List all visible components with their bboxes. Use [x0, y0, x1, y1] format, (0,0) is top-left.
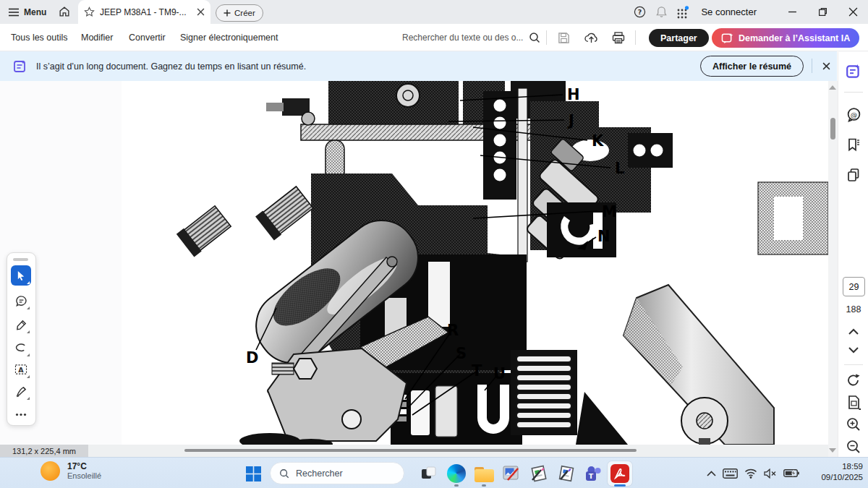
file-explorer-button[interactable]: [472, 461, 496, 486]
task-view-button[interactable]: [417, 461, 441, 486]
wifi-icon[interactable]: [744, 468, 757, 479]
add-text-tool[interactable]: A: [11, 359, 31, 380]
draw-tool[interactable]: [11, 314, 31, 335]
page-size-indicator: 131,2 x 225,4 mm: [0, 445, 88, 457]
acrobat-button[interactable]: [608, 461, 632, 486]
create-tab-button[interactable]: Créer: [216, 4, 263, 22]
teams-icon: T: [584, 464, 603, 483]
select-tool[interactable]: [11, 265, 31, 286]
apps-grid-button[interactable]: [672, 0, 694, 24]
vertical-scroll-thumb[interactable]: [830, 118, 835, 140]
scroll-down-arrow[interactable]: [829, 448, 836, 453]
zoom-out-button[interactable]: [838, 440, 868, 454]
menu-esign[interactable]: Signer électroniquement: [180, 24, 278, 51]
document-tab[interactable]: JEEP M38A1 - TM9-...: [78, 0, 210, 24]
fill-sign-tool[interactable]: [11, 381, 31, 401]
signature-pen-icon: [15, 385, 27, 398]
horizontal-scrollbar[interactable]: [0, 445, 828, 457]
clock[interactable]: 18:59 09/10/2025: [821, 461, 863, 483]
notifications-button[interactable]: [650, 0, 672, 24]
teams-button[interactable]: T: [582, 461, 606, 486]
edge-icon: [447, 464, 466, 483]
figure-label-H: H: [567, 86, 580, 103]
taskbar-search[interactable]: Rechercher: [270, 462, 404, 484]
star-icon[interactable]: [84, 7, 95, 17]
menu-label: Menu: [24, 7, 46, 17]
lasso-tool[interactable]: [11, 338, 31, 358]
touch-keyboard-icon[interactable]: [723, 468, 738, 479]
menu-button[interactable]: Menu: [9, 0, 46, 24]
minimize-button[interactable]: [777, 0, 807, 24]
document-viewport: HJKLMNDRSTU A: [0, 81, 868, 457]
more-tools[interactable]: [11, 404, 31, 424]
bell-icon: [655, 6, 668, 18]
zoom-in-button[interactable]: [838, 417, 868, 432]
tab-close-icon[interactable]: [197, 8, 205, 16]
search-icon: [279, 468, 289, 479]
doc-tool-app-button[interactable]: [527, 461, 551, 486]
upload-cloud-button[interactable]: [580, 24, 602, 51]
ai-summary-panel-button[interactable]: [838, 64, 868, 80]
image-editor-icon: [502, 464, 521, 483]
acrobat-window: Menu JEEP M38A1 - TM9-... Créer ? Se con…: [0, 0, 868, 488]
print-button[interactable]: [608, 24, 629, 51]
weather-condition: Ensoleillé: [67, 471, 101, 481]
edge-browser-button[interactable]: [444, 461, 469, 486]
tray-chevron-button[interactable]: [707, 471, 716, 476]
horizontal-scroll-thumb[interactable]: [184, 449, 637, 452]
search-icon[interactable]: [529, 32, 540, 43]
taskbar-search-placeholder: Rechercher: [296, 468, 343, 479]
next-page-button[interactable]: [838, 347, 868, 354]
share-button[interactable]: Partager: [649, 29, 709, 47]
zoom-out-icon: [846, 440, 861, 454]
restore-button[interactable]: [807, 0, 838, 24]
pencil-icon: [15, 319, 27, 331]
clock-time: 18:59: [821, 461, 863, 472]
menu-all-tools[interactable]: Tous les outils: [11, 24, 68, 51]
help-button[interactable]: ?: [629, 0, 650, 24]
total-pages-label: 188: [838, 304, 868, 314]
add-comment-tool[interactable]: [11, 291, 31, 311]
home-button[interactable]: [58, 5, 71, 18]
comments-panel-button[interactable]: @: [838, 107, 868, 122]
comment-bubble-icon: [15, 295, 27, 307]
svg-text:A: A: [18, 366, 24, 374]
doc-tool-app-2-button[interactable]: [554, 461, 579, 486]
signin-button[interactable]: Se connecter: [701, 7, 757, 17]
start-button[interactable]: [241, 461, 265, 486]
current-page-field[interactable]: 29: [843, 277, 865, 296]
apps-grid-icon: [676, 6, 689, 19]
plus-icon: [224, 9, 231, 17]
svg-text:T: T: [589, 472, 594, 480]
bookmarks-panel-button[interactable]: [838, 137, 868, 153]
palette-drag-handle[interactable]: [13, 258, 28, 261]
close-window-button[interactable]: [838, 0, 868, 24]
vertical-scrollbar[interactable]: [828, 81, 838, 457]
volume-muted-icon[interactable]: [764, 468, 777, 479]
figure-label-K: K: [592, 132, 604, 150]
figure-label-J: J: [567, 112, 574, 129]
sun-icon: [41, 461, 60, 481]
scroll-up-arrow[interactable]: [829, 85, 836, 90]
menu-edit[interactable]: Modifier: [81, 24, 113, 51]
image-editor-app-button[interactable]: [499, 461, 524, 486]
rotate-page-button[interactable]: [838, 373, 868, 388]
panel-divider: [844, 92, 863, 93]
toolbar-separator: [635, 30, 636, 45]
ai-summary-icon: [846, 64, 861, 80]
widgets-button[interactable]: 17°C Ensoleillé: [41, 461, 101, 481]
find-text-field[interactable]: Rechercher du texte ou des o...: [402, 33, 523, 43]
page-thumbnails-button[interactable]: [838, 168, 868, 183]
title-bar: Menu JEEP M38A1 - TM9-... Créer ? Se con…: [0, 0, 868, 24]
main-toolbar: Tous les outils Modifier Convertir Signe…: [0, 24, 868, 51]
previous-page-button[interactable]: [838, 328, 868, 335]
dismiss-notice-button[interactable]: [817, 57, 835, 74]
create-label: Créer: [234, 9, 255, 17]
ai-assistant-button[interactable]: Demander à l’Assistant IA: [712, 28, 859, 48]
battery-charging-icon[interactable]: [783, 468, 799, 478]
menu-convert[interactable]: Convertir: [129, 24, 166, 51]
save-button[interactable]: [553, 24, 574, 51]
windows-taskbar: 17°C Ensoleillé Rechercher: [0, 457, 868, 488]
fit-page-button[interactable]: [838, 395, 868, 410]
show-summary-button[interactable]: Afficher le résumé: [700, 56, 804, 77]
